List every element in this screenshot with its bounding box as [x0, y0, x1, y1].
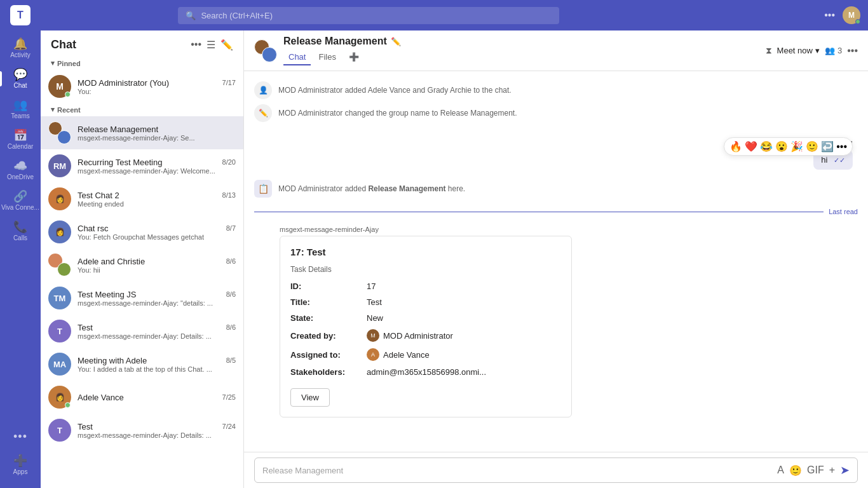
list-item[interactable]: Release Management msgext-message-remind…: [41, 116, 243, 149]
chat-date: 8/13: [222, 191, 236, 199]
more-options-icon[interactable]: •••: [824, 10, 835, 21]
pinned-chevron-icon[interactable]: ▾: [51, 59, 55, 67]
format-icon[interactable]: A: [777, 464, 784, 476]
recent-chevron-icon[interactable]: ▾: [51, 105, 55, 114]
meet-now-button[interactable]: Meet now ▾: [777, 46, 820, 55]
avatar: T: [48, 419, 71, 442]
sidebar-item-onedrive[interactable]: ☁️ OneDrive: [0, 155, 41, 186]
sidebar-item-calls[interactable]: 📞 Calls: [0, 216, 41, 247]
list-item[interactable]: T Test 8/6 msgext-message-reminder-Ajay:…: [41, 315, 243, 348]
pinned-chat-item[interactable]: M MOD Administrator (You) 7/17 You:: [41, 70, 243, 103]
view-button[interactable]: View: [290, 388, 330, 407]
chat-date: 8/6: [226, 323, 236, 331]
edit-group-name-icon[interactable]: ✏️: [391, 37, 401, 46]
chat-info: Chat rsc 8/7 You: Fetch Groupchat Messag…: [78, 224, 236, 241]
more-options-button[interactable]: •••: [847, 45, 858, 57]
gif-icon[interactable]: GIF: [807, 464, 824, 476]
chat-input-placeholder[interactable]: Release Management: [262, 466, 772, 475]
chat-preview: msgext-message-reminder-Ajay: Se...: [78, 134, 220, 142]
list-item[interactable]: 👩 Adele Vance 7/25: [41, 381, 243, 414]
chat-input-box[interactable]: Release Management A 🙂 GIF + ➤: [254, 458, 858, 483]
emoji-icon[interactable]: 🙂: [789, 464, 802, 477]
chat-name: Release Management: [78, 125, 158, 134]
activity-icon: 🔔: [13, 38, 27, 50]
sidebar-item-viva[interactable]: 🔗 Viva Conne...: [0, 186, 41, 216]
system-message-text: MOD Administrator changed the group name…: [278, 109, 517, 118]
creator-avatar: M: [367, 329, 379, 342]
sidebar-item-viva-label: Viva Conne...: [1, 204, 39, 211]
chat-info: Test 7/24 msgext-message-reminder-Ajay: …: [78, 422, 236, 439]
search-input[interactable]: [201, 11, 552, 20]
chat-preview: You: Fetch Groupchat Messages getchat: [78, 233, 236, 241]
assignee-name: Adele Vance: [383, 350, 430, 360]
user-avatar[interactable]: M: [843, 6, 860, 24]
filter-icon[interactable]: ☰: [207, 39, 215, 51]
chat-name: Adele and Christie: [78, 257, 145, 266]
audio-waves-icon: ⧗: [766, 45, 772, 56]
chat-preview: msgext-message-reminder-Ajay: Details: .…: [78, 431, 236, 439]
teams-logo[interactable]: T: [10, 5, 31, 25]
list-item[interactable]: MA Meeting with Adele 8/5 You: I added a…: [41, 348, 243, 381]
sidebar-item-apps[interactable]: ➕ Apps: [13, 450, 28, 480]
sidebar-item-apps-label: Apps: [13, 468, 28, 475]
sidebar-item-activity-label: Activity: [10, 51, 31, 58]
reaction-wow[interactable]: 😮: [775, 140, 788, 152]
search-bar[interactable]: 🔍: [178, 7, 559, 24]
chat-info: Recurring Test Meeting 8/20 msgext-messa…: [78, 158, 236, 175]
new-chat-icon[interactable]: ✏️: [220, 39, 233, 51]
message-read-icon: ✓✓: [834, 156, 845, 164]
chat-info: Adele and Christie 8/6 You: hii: [78, 257, 236, 274]
list-item[interactable]: RM Recurring Test Meeting 8/20 msgext-me…: [41, 149, 243, 182]
participants-icon: 👥: [825, 46, 835, 55]
sidebar-item-teams[interactable]: 👥 Teams: [0, 94, 41, 125]
reaction-fire[interactable]: 🔥: [729, 140, 742, 152]
sidebar-item-calendar[interactable]: 📅 Calendar: [0, 125, 41, 155]
participants-count: 3: [837, 46, 842, 55]
sidebar-item-chat[interactable]: 💬 Chat: [0, 64, 41, 94]
list-item[interactable]: Adele and Christie 8/6 You: hii: [41, 248, 243, 281]
task-title: 17: Test: [290, 247, 561, 257]
avatar: MA: [48, 353, 71, 376]
meet-now-label: Meet now: [777, 46, 813, 55]
reaction-party[interactable]: 🎉: [790, 140, 803, 152]
tab-chat[interactable]: Chat: [283, 50, 311, 65]
chat-area: Release Management ✏️ Chat Files ➕ ⧗ Mee…: [244, 30, 868, 488]
tab-files[interactable]: Files: [313, 50, 341, 65]
chat-more-options-button[interactable]: •••: [191, 39, 201, 51]
sidebar-item-activity[interactable]: 🔔 Activity: [0, 33, 41, 64]
list-item[interactable]: 👩 Chat rsc 8/7 You: Fetch Groupchat Mess…: [41, 215, 243, 248]
chat-header-title: Release Management ✏️: [283, 36, 759, 47]
reaction-more[interactable]: 🙂: [806, 140, 818, 152]
chat-info: Adele Vance 7/25: [78, 393, 236, 402]
list-item[interactable]: T Test 7/24 msgext-message-reminder-Ajay…: [41, 414, 243, 447]
avatar: [48, 121, 71, 144]
message-right: 5:54 PM 🔥 ❤️ 😂 😮 🎉 🙂 ↩️: [254, 140, 858, 170]
system-icon: 👤: [254, 81, 272, 99]
chat-name: MOD Administrator (You): [78, 78, 169, 88]
reply-button[interactable]: ↩️: [821, 140, 834, 152]
tab-add-button[interactable]: ➕: [344, 50, 364, 65]
sidebar-item-calendar-label: Calendar: [8, 143, 34, 150]
list-item[interactable]: 👩 Test Chat 2 8/13 Meeting ended: [41, 182, 243, 215]
send-button[interactable]: ➤: [840, 463, 850, 477]
chat-date: 8/20: [222, 158, 236, 166]
calendar-icon: 📅: [13, 130, 27, 141]
sticker-icon[interactable]: +: [829, 464, 835, 476]
avatar: M: [48, 75, 71, 98]
reaction-laugh[interactable]: 😂: [760, 140, 773, 152]
participants-button[interactable]: 👥 3: [825, 46, 842, 55]
app-rail: T 🔔 Activity 💬 Chat 👥 Teams 📅 Calendar ☁…: [0, 0, 41, 488]
chat-panel-header: Chat ••• ☰ ✏️: [41, 30, 243, 57]
messages-area[interactable]: 👤 MOD Administrator added Adele Vance an…: [244, 71, 868, 452]
sidebar-item-more[interactable]: •••: [13, 426, 28, 447]
rail-bottom: ••• ➕ Apps: [13, 426, 28, 488]
reaction-bar: 🔥 ❤️ 😂 😮 🎉 🙂 ↩️ •••: [724, 137, 853, 156]
chat-preview: msgext-message-reminder-Ajay: Welcome...: [78, 167, 236, 175]
reaction-heart[interactable]: ❤️: [745, 140, 757, 152]
message-more-button[interactable]: •••: [836, 141, 847, 152]
teams-icon: 👥: [13, 99, 27, 111]
list-item[interactable]: TM Test Meeting JS 8/6 msgext-message-re…: [41, 281, 243, 315]
avatar: TM: [48, 287, 71, 309]
chat-date: 8/6: [226, 290, 236, 298]
chat-preview: msgext-message-reminder-Ajay: "details: …: [78, 299, 236, 307]
